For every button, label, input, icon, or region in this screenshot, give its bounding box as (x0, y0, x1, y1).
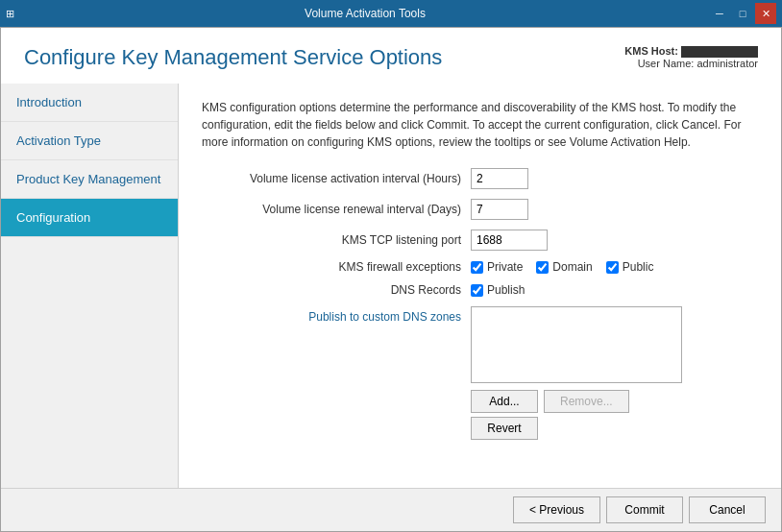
public-label: Public (623, 260, 654, 274)
domain-checkbox-item: Domain (536, 260, 592, 274)
configuration-form: Volume license activation interval (Hour… (202, 168, 758, 440)
sidebar-item-product-key-management[interactable]: Product Key Management (1, 160, 178, 199)
commit-button[interactable]: Commit (606, 496, 683, 523)
renewal-interval-row: Volume license renewal interval (Days) (202, 199, 758, 220)
title-bar: ⊞ Volume Activation Tools ─ □ ✕ (0, 0, 782, 27)
sidebar-item-introduction[interactable]: Introduction (1, 84, 178, 122)
dns-action-buttons: Add... Remove... (471, 390, 682, 413)
revert-button[interactable]: Revert (471, 417, 538, 440)
custom-dns-controls: Add... Remove... Revert (471, 306, 682, 440)
content-area: KMS configuration options determine the … (179, 84, 781, 488)
domain-checkbox[interactable] (536, 261, 549, 274)
public-checkbox[interactable] (606, 261, 619, 274)
custom-dns-row: Publish to custom DNS zones Add... Remov… (202, 306, 758, 440)
tcp-port-label: KMS TCP listening port (202, 233, 471, 247)
kms-host-info: KMS Host: (624, 45, 758, 58)
cancel-button[interactable]: Cancel (689, 496, 766, 523)
dns-records-label: DNS Records (202, 283, 471, 297)
domain-label: Domain (552, 260, 592, 274)
previous-button[interactable]: < Previous (513, 496, 600, 523)
dns-records-row: DNS Records Publish (202, 283, 758, 297)
main-window: Configure Key Management Service Options… (0, 27, 782, 532)
revert-button-container: Revert (471, 417, 682, 440)
user-name-info: User Name: administrator (624, 58, 758, 69)
kms-host-value (681, 46, 758, 58)
tcp-port-input[interactable] (471, 230, 548, 251)
description-text: KMS configuration options determine the … (202, 99, 758, 151)
renewal-interval-input[interactable] (471, 199, 528, 220)
kms-host-label: KMS Host: (624, 45, 678, 57)
publish-checkbox[interactable] (471, 284, 483, 297)
body: Introduction Activation Type Product Key… (1, 84, 781, 488)
custom-dns-textarea[interactable] (471, 306, 682, 383)
sidebar-item-activation-type[interactable]: Activation Type (1, 122, 178, 160)
private-label: Private (487, 260, 523, 274)
firewall-row: KMS firewall exceptions Private Domain (202, 260, 758, 274)
add-button[interactable]: Add... (471, 390, 538, 413)
activation-interval-input[interactable] (471, 168, 528, 189)
activation-interval-label: Volume license activation interval (Hour… (202, 172, 471, 185)
tcp-port-row: KMS TCP listening port (202, 230, 758, 251)
activation-interval-row: Volume license activation interval (Hour… (202, 168, 758, 189)
custom-dns-label: Publish to custom DNS zones (202, 306, 471, 324)
footer: < Previous Commit Cancel (1, 488, 781, 531)
remove-button[interactable]: Remove... (544, 390, 629, 413)
page-title: Configure Key Management Service Options (24, 45, 442, 70)
firewall-label: KMS firewall exceptions (202, 260, 471, 274)
private-checkbox-item: Private (471, 260, 523, 274)
window-title: Volume Activation Tools (21, 7, 709, 20)
page-header: Configure Key Management Service Options… (1, 28, 781, 84)
minimize-button[interactable]: ─ (709, 3, 730, 24)
header-info: KMS Host: User Name: administrator (624, 45, 758, 69)
renewal-interval-label: Volume license renewal interval (Days) (202, 203, 471, 216)
sidebar-item-configuration[interactable]: Configuration (1, 199, 178, 237)
app-icon: ⊞ (6, 6, 21, 21)
firewall-checkboxes: Private Domain Public (471, 260, 653, 274)
window-controls: ─ □ ✕ (709, 3, 776, 24)
sidebar: Introduction Activation Type Product Key… (1, 84, 179, 488)
close-button[interactable]: ✕ (755, 3, 776, 24)
maximize-button[interactable]: □ (732, 3, 753, 24)
private-checkbox[interactable] (471, 261, 483, 274)
publish-checkbox-item: Publish (471, 283, 525, 297)
publish-label: Publish (487, 283, 525, 297)
public-checkbox-item: Public (606, 260, 654, 274)
